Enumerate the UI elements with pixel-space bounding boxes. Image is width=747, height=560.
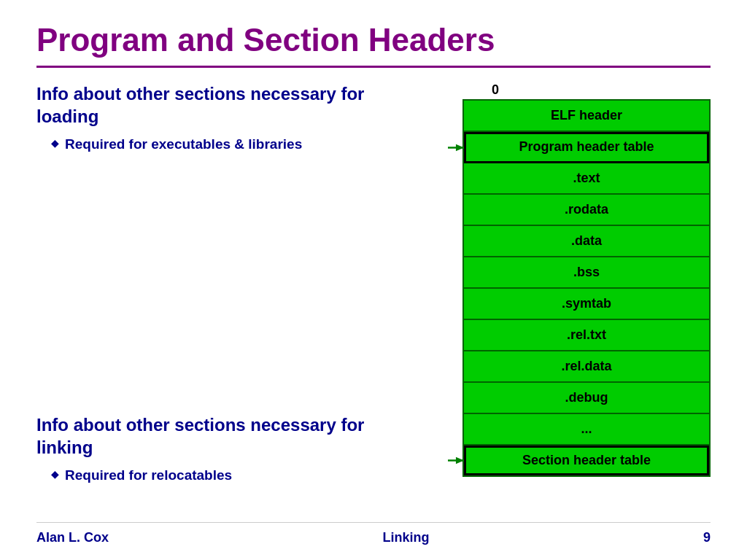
bullet-diamond-icon-2: ◆ [51,468,59,480]
left-panel: Info about other sections necessary for … [36,82,419,515]
elf-row-11: Section header table [464,446,709,475]
bullet-item-1: ◆ Required for executables & libraries [51,135,419,155]
elf-row-4: .data [464,226,709,257]
info-block-1: Info about other sections necessary for … [36,82,419,155]
bullet-text-2: Required for relocatables [65,466,232,486]
footer-center: Linking [383,530,430,545]
elf-row-1: Program header table [464,132,709,163]
elf-table: ELF headerProgram header table.text.roda… [462,99,711,477]
info-heading-1: Info about other sections necessary for … [36,82,419,128]
elf-row-10: ... [464,414,709,446]
elf-row-8: .rel.data [464,351,709,383]
elf-row-0: ELF header [464,101,709,132]
slide: Program and Section Headers Info about o… [0,0,747,560]
elf-row-9: .debug [464,383,709,414]
elf-row-7: .rel.txt [464,320,709,351]
right-panel: 0 ELF headerProgram header table.text.ro… [448,82,711,515]
elf-row-5: .bss [464,257,709,289]
page-title: Program and Section Headers [36,22,711,58]
info-block-2: Info about other sections necessary for … [36,413,419,486]
title-divider [36,66,711,68]
elf-row-2: .text [464,163,709,195]
footer: Alan L. Cox Linking 9 [36,522,711,545]
zero-label: 0 [492,82,499,98]
bullet-item-2: ◆ Required for relocatables [51,466,419,486]
elf-row-3: .rodata [464,195,709,226]
bullet-diamond-icon-1: ◆ [51,137,59,149]
elf-row-6: .symtab [464,289,709,320]
bullet-text-1: Required for executables & libraries [65,135,302,155]
content-area: Info about other sections necessary for … [36,82,711,515]
footer-right: 9 [703,530,711,545]
info-heading-2: Info about other sections necessary for … [36,413,419,459]
footer-left: Alan L. Cox [36,530,109,545]
